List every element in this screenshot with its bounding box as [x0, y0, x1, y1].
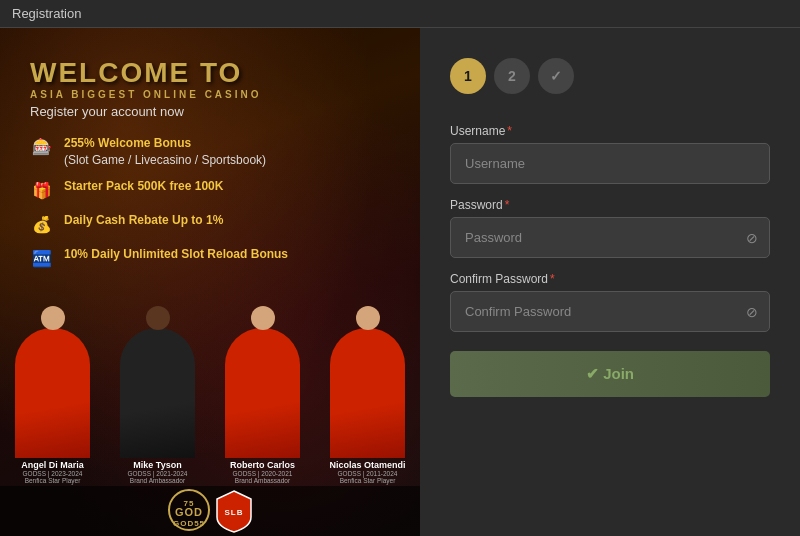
player-body-2 — [120, 328, 195, 458]
bonus-list: 🎰 255% Welcome Bonus (Slot Game / Liveca… — [30, 135, 390, 271]
bonus-text-3: Daily Cash Rebate Up to 1% — [64, 212, 223, 229]
player-body-1 — [15, 328, 90, 458]
register-cta: Register your account now — [30, 104, 390, 119]
bonus-text-2: Starter Pack 500K free 100K — [64, 178, 223, 195]
username-input[interactable] — [450, 143, 770, 184]
bonus-item-1: 🎰 255% Welcome Bonus (Slot Game / Liveca… — [30, 135, 390, 169]
svg-text:SLB: SLB — [225, 508, 244, 517]
player-body-3 — [225, 328, 300, 458]
bonus-icon-4: 🏧 — [30, 246, 54, 270]
username-label: Username* — [450, 124, 770, 138]
player-head-1 — [41, 306, 65, 330]
step-1[interactable]: 1 — [450, 58, 486, 94]
password-group: Password* ⊘ — [450, 198, 770, 258]
bonus-item-3: 💰 Daily Cash Rebate Up to 1% — [30, 212, 390, 236]
bonus-icon-2: 🎁 — [30, 178, 54, 202]
password-input-wrapper: ⊘ — [450, 217, 770, 258]
main-container: WELCOME TO ASIA BIGGEST ONLINE CASINO Re… — [0, 28, 800, 536]
bonus-text-4: 10% Daily Unlimited Slot Reload Bonus — [64, 246, 288, 263]
confirm-password-group: Confirm Password* ⊘ — [450, 272, 770, 332]
player-label-1: Angel Di Maria GODSS | 2023-2024 Benfica… — [17, 458, 88, 486]
svg-text:GOD55: GOD55 — [173, 519, 205, 528]
confirm-password-label: Confirm Password* — [450, 272, 770, 286]
player-body-4 — [330, 328, 405, 458]
player-label-3: Roberto Carlos GODSS | 2020-2021 Brand A… — [226, 458, 299, 486]
step-2[interactable]: 2 — [494, 58, 530, 94]
god55-logo: 75 GOD GOD55 SLB — [167, 488, 253, 535]
players-row: Angel Di Maria GODSS | 2023-2024 Benfica… — [0, 326, 420, 486]
player-head-2 — [146, 306, 170, 330]
brand-bar: 75 GOD GOD55 SLB — [0, 486, 420, 536]
right-panel: 1 2 ✓ Username* Password* — [420, 28, 800, 536]
join-button-label: ✔ Join — [586, 365, 634, 383]
left-panel: WELCOME TO ASIA BIGGEST ONLINE CASINO Re… — [0, 28, 420, 536]
confirm-eye-icon[interactable]: ⊘ — [746, 304, 758, 320]
bonus-icon-3: 💰 — [30, 212, 54, 236]
join-button[interactable]: ✔ Join — [450, 351, 770, 397]
username-input-wrapper — [450, 143, 770, 184]
player-head-4 — [356, 306, 380, 330]
player-label-4: Nicolas Otamendi GODSS | 2011-2024 Benfi… — [325, 458, 409, 486]
bonus-item-4: 🏧 10% Daily Unlimited Slot Reload Bonus — [30, 246, 390, 270]
title-bar: Registration — [0, 0, 800, 28]
bonus-icon-1: 🎰 — [30, 135, 54, 159]
password-required-star: * — [505, 198, 510, 212]
password-input[interactable] — [450, 217, 770, 258]
bonus-text-1: 255% Welcome Bonus (Slot Game / Livecasi… — [64, 135, 266, 169]
window-title: Registration — [12, 6, 81, 21]
player-col-3: Roberto Carlos GODSS | 2020-2021 Brand A… — [210, 326, 315, 486]
confirm-required-star: * — [550, 272, 555, 286]
welcome-heading: WELCOME TO — [30, 58, 390, 89]
player-head-3 — [251, 306, 275, 330]
bonus-item-2: 🎁 Starter Pack 500K free 100K — [30, 178, 390, 202]
player-col-4: Nicolas Otamendi GODSS | 2011-2024 Benfi… — [315, 326, 420, 486]
step-indicators: 1 2 ✓ — [450, 58, 770, 94]
svg-text:GOD: GOD — [175, 506, 203, 518]
player-label-2: Mike Tyson GODSS | 2021-2024 Brand Ambas… — [124, 458, 192, 486]
password-eye-icon[interactable]: ⊘ — [746, 230, 758, 246]
step-check[interactable]: ✓ — [538, 58, 574, 94]
username-group: Username* — [450, 124, 770, 184]
player-col-1: Angel Di Maria GODSS | 2023-2024 Benfica… — [0, 326, 105, 486]
password-label: Password* — [450, 198, 770, 212]
welcome-sub: ASIA BIGGEST ONLINE CASINO — [30, 89, 390, 100]
player-col-2: Mike Tyson GODSS | 2021-2024 Brand Ambas… — [105, 326, 210, 486]
username-required-star: * — [507, 124, 512, 138]
confirm-password-input[interactable] — [450, 291, 770, 332]
confirm-password-input-wrapper: ⊘ — [450, 291, 770, 332]
